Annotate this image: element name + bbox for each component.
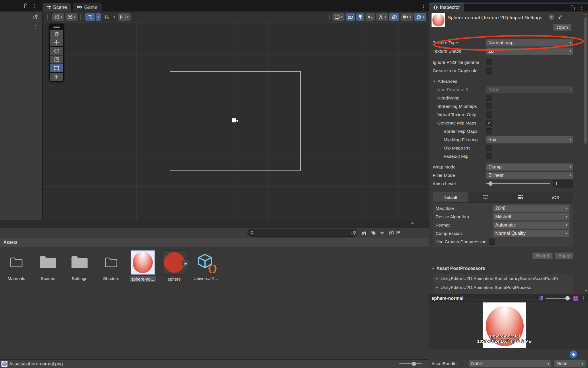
generate-mip-maps-checkbox[interactable]: ✓ bbox=[486, 120, 492, 126]
kebab-menu-icon[interactable]: ⋮ bbox=[33, 24, 38, 29]
rotate-tool-button[interactable] bbox=[50, 47, 63, 55]
kebab-menu-icon[interactable]: ⋮ bbox=[419, 221, 423, 226]
streaming-mipmaps-checkbox[interactable]: ✓ bbox=[486, 103, 492, 109]
preview-mip-slider[interactable] bbox=[546, 298, 570, 299]
hidden-objects-button[interactable] bbox=[389, 13, 399, 21]
platform-tab-standalone[interactable] bbox=[468, 192, 503, 202]
search-by-label-button[interactable] bbox=[371, 230, 376, 235]
grid-snap-dropdown[interactable]: ▾ bbox=[96, 13, 101, 21]
platform-tab-server[interactable] bbox=[503, 192, 538, 202]
open-button[interactable]: Open bbox=[553, 24, 571, 31]
revert-button[interactable]: Revert bbox=[532, 252, 553, 259]
scale-tool-button[interactable] bbox=[50, 55, 63, 64]
thumbnail-size-slider[interactable] bbox=[399, 363, 422, 364]
asset-item[interactable]: Shaders bbox=[99, 250, 123, 281]
compression-dropdown[interactable]: Normal Quality▾ bbox=[493, 230, 570, 237]
transform-tool-button[interactable] bbox=[50, 73, 63, 81]
2d-mode-button[interactable]: 2D bbox=[346, 13, 355, 21]
asset-bundle-variant-dropdown[interactable]: None▾ bbox=[554, 360, 586, 367]
snap-increment-button[interactable]: ▾ bbox=[118, 13, 131, 21]
asset-label-button[interactable] bbox=[570, 350, 577, 358]
effects-toggle-button[interactable]: ▾ bbox=[376, 13, 388, 21]
draw-mode-button[interactable]: ▾ bbox=[332, 13, 345, 21]
camera-gizmo-icon[interactable] bbox=[231, 118, 238, 123]
tab-inspector[interactable]: Inspector bbox=[429, 3, 464, 12]
format-dropdown[interactable]: Automatic▾ bbox=[493, 221, 570, 229]
lighting-toggle-button[interactable] bbox=[356, 13, 364, 21]
asset-item[interactable]: Materials bbox=[4, 250, 29, 281]
lock-icon[interactable] bbox=[24, 5, 28, 8]
presets-icon[interactable] bbox=[558, 15, 563, 20]
audio-toggle-button[interactable] bbox=[365, 13, 375, 21]
fadeout-mip-maps-checkbox[interactable]: ✓ bbox=[486, 153, 492, 159]
use-crunch-checkbox[interactable]: ✓ bbox=[489, 239, 495, 245]
postprocessor-row[interactable]: ▶UnityEditor.U2D.Animation.SpritePostPro… bbox=[433, 283, 573, 292]
postprocessor-row[interactable]: ▶UnityEditor.U2D.Animation.SpriteLibrary… bbox=[433, 274, 573, 283]
preview-drag-handle[interactable] bbox=[467, 297, 535, 300]
search-input[interactable] bbox=[247, 229, 357, 237]
tab-scene[interactable]: Scene bbox=[43, 3, 71, 12]
postprocessor-row[interactable]: ▶UnityEditor.UIElements.EditorAtlasMonit… bbox=[433, 292, 573, 294]
texture-type-dropdown[interactable]: Normal map▾ bbox=[486, 39, 573, 47]
kebab-menu-icon[interactable]: ⋮ bbox=[32, 3, 37, 8]
scroll-down-icon[interactable]: ▼ bbox=[585, 290, 587, 293]
grid-visual-button[interactable] bbox=[102, 13, 111, 21]
asset-item[interactable]: sphere-no... bbox=[130, 250, 155, 282]
kebab-menu-icon[interactable]: ⋮ bbox=[421, 5, 426, 10]
asset-item[interactable]: ▶sphere bbox=[162, 250, 187, 282]
kebab-menu-icon[interactable]: ⋮ bbox=[581, 296, 586, 301]
scene-viewport[interactable] bbox=[43, 22, 429, 220]
scrollbar-thumb[interactable] bbox=[584, 17, 587, 144]
preview-alpha-icon[interactable] bbox=[573, 296, 578, 301]
aniso-level-slider[interactable] bbox=[486, 183, 550, 184]
kebab-menu-icon[interactable]: ⋮ bbox=[579, 5, 584, 10]
asset-postprocessors-foldout[interactable]: ▼ Asset PostProcessors bbox=[429, 264, 585, 273]
preview-rgb-icon[interactable] bbox=[539, 296, 543, 300]
help-icon[interactable]: ? bbox=[549, 14, 554, 20]
move-tool-button[interactable] bbox=[50, 38, 63, 46]
mip-maps-preserve-checkbox[interactable]: ✓ bbox=[486, 145, 492, 151]
pivot-rotation-button[interactable]: ▾ bbox=[65, 13, 78, 21]
inspector-scrollbar[interactable]: ▲ ▼ bbox=[584, 13, 587, 293]
wrap-mode-dropdown[interactable]: Clamp▾ bbox=[486, 163, 573, 171]
resize-algorithm-dropdown[interactable]: Mitchell▾ bbox=[493, 213, 570, 221]
search-by-type-button[interactable] bbox=[361, 230, 367, 235]
kebab-menu-icon[interactable]: ⋮ bbox=[566, 15, 571, 20]
create-from-grayscale-checkbox[interactable]: ✓ bbox=[486, 68, 492, 74]
grid-snap-button[interactable] bbox=[85, 13, 95, 21]
rect-tool-button[interactable] bbox=[50, 64, 63, 72]
tab-game[interactable]: Game bbox=[73, 3, 101, 12]
gizmos-button[interactable]: ▾ bbox=[414, 13, 426, 21]
platform-tab-default[interactable]: Default bbox=[433, 192, 468, 202]
tool-context-button[interactable]: ▾ bbox=[52, 13, 64, 21]
aniso-level-value[interactable]: 1 bbox=[553, 180, 573, 187]
camera-settings-button[interactable]: ▾ bbox=[401, 13, 413, 21]
hidden-count-button[interactable]: 25 bbox=[388, 230, 401, 235]
texture-shape-dropdown[interactable]: 2D▾ bbox=[486, 47, 573, 55]
asset-item[interactable]: {}UniversalR... bbox=[194, 250, 218, 281]
mip-map-filtering-dropdown[interactable]: Box▾ bbox=[486, 136, 573, 143]
palette-drag-handle[interactable] bbox=[50, 24, 63, 29]
read-write-checkbox[interactable]: ✓ bbox=[486, 95, 492, 101]
grid-visual-dropdown[interactable]: ▾ bbox=[112, 13, 117, 21]
apply-button[interactable]: Apply bbox=[555, 252, 573, 259]
asset-bundle-dropdown[interactable]: None▾ bbox=[469, 360, 551, 367]
asset-item[interactable]: Scenes bbox=[36, 250, 60, 281]
play-badge-icon[interactable]: ▶ bbox=[182, 260, 189, 267]
max-size-dropdown[interactable]: 2048▾ bbox=[493, 205, 570, 212]
scroll-up-icon[interactable]: ▲ bbox=[584, 13, 587, 16]
preview-header[interactable]: sphere-normal ⋮ bbox=[429, 294, 588, 302]
advanced-foldout[interactable]: ▼ Advanced bbox=[429, 77, 585, 85]
lock-icon[interactable] bbox=[571, 7, 575, 10]
filter-mode-dropdown[interactable]: Bilinear▾ bbox=[486, 172, 573, 179]
view-hand-tool-button[interactable] bbox=[50, 30, 63, 38]
border-mip-maps-checkbox[interactable]: ✓ bbox=[486, 128, 492, 134]
pop-out-icon[interactable] bbox=[33, 14, 38, 19]
favorites-button[interactable]: ★ bbox=[380, 230, 384, 236]
platform-tab-ios[interactable]: iOS bbox=[538, 192, 573, 202]
ignore-png-gamma-checkbox[interactable]: ✓ bbox=[486, 59, 492, 65]
asset-item[interactable]: Settings bbox=[67, 250, 92, 281]
lock-icon[interactable] bbox=[411, 223, 414, 226]
pop-out-icon[interactable] bbox=[351, 231, 356, 235]
virtual-texture-only-checkbox[interactable]: ✓ bbox=[486, 112, 492, 118]
